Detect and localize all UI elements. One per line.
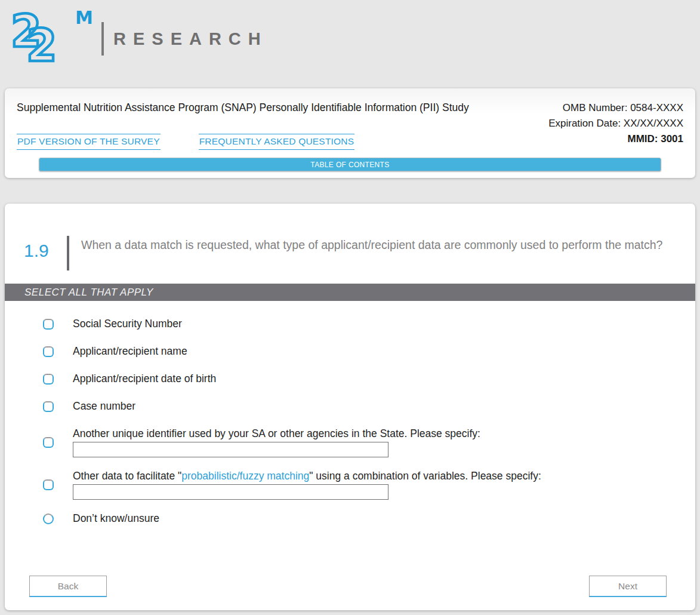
option-label: Don’t know/unsure [73,512,159,525]
option-label: Applicant/recipient date of birth [73,373,216,385]
question-number: 1.9 [24,235,58,261]
checkbox-case-number[interactable] [43,401,54,412]
logo-wordmark: RESEARCH [113,29,268,49]
next-button[interactable]: Next [589,576,667,597]
option-row-dont-know: Don’t know/unsure [43,512,695,525]
label-text-before: Other data to facilitate " [73,470,181,482]
checkbox-fuzzy-matching[interactable] [43,479,54,490]
omb-number: OMB Number: 0584-XXXX [548,100,683,116]
logo-divider [101,22,104,56]
expiration-date: Expiration Date: XX/XX/XXXX [548,116,683,131]
fuzzy-matching-link[interactable]: probabilistic/fuzzy matching [181,470,309,482]
checkbox-other-identifier[interactable] [43,437,54,448]
logo-band: 2 2 M RESEARCH [0,0,700,88]
option-row-dob: Applicant/recipient date of birth [43,373,695,385]
checkbox-name[interactable] [43,346,54,357]
nav-button-row: Back Next [5,576,695,597]
2m-research-logo: 2 2 M RESEARCH [8,5,268,64]
question-card: 1.9 When a data match is requested, what… [5,204,695,610]
option-label: Case number [73,400,135,413]
svg-text:M: M [75,7,93,28]
omb-block: OMB Number: 0584-XXXX Expiration Date: X… [548,100,683,147]
back-button[interactable]: Back [29,576,107,597]
survey-header-card: Supplemental Nutrition Assistance Progra… [5,88,695,178]
svg-text:2: 2 [26,20,57,64]
checkbox-dob[interactable] [43,374,54,385]
2m-logo-icon: 2 2 M [8,5,98,64]
other-identifier-specify-input[interactable] [73,442,388,457]
question-divider [67,236,69,270]
option-row-fuzzy-matching: Other data to facilitate "probabilistic/… [43,470,695,500]
radio-dont-know[interactable] [43,513,54,524]
option-row-name: Applicant/recipient name [43,345,695,358]
option-row-ssn: Social Security Number [43,318,695,330]
option-label: Another unique identifier used by your S… [73,428,480,440]
pdf-version-link[interactable]: PDF VERSION OF THE SURVEY [17,134,161,150]
option-row-case-number: Case number [43,400,695,413]
option-label: Social Security Number [73,318,182,330]
instruction-bar: SELECT ALL THAT APPLY [5,284,695,301]
option-label: Other data to facilitate "probabilistic/… [73,470,541,482]
mmid: MMID: 3001 [548,131,683,147]
option-row-other-identifier: Another unique identifier used by your S… [43,428,695,457]
question-row: 1.9 When a data match is requested, what… [5,204,695,270]
fuzzy-matching-specify-input[interactable] [73,484,388,500]
question-text: When a data match is requested, what typ… [81,235,662,254]
options-list: Social Security Number Applicant/recipie… [5,301,695,525]
label-text-after: " using a combination of variables. Plea… [309,470,541,482]
faq-link[interactable]: FREQUENTLY ASKED QUESTIONS [199,134,355,150]
checkbox-ssn[interactable] [43,319,54,330]
table-of-contents-button[interactable]: TABLE OF CONTENTS [39,158,661,171]
option-label: Applicant/recipient name [73,345,187,358]
